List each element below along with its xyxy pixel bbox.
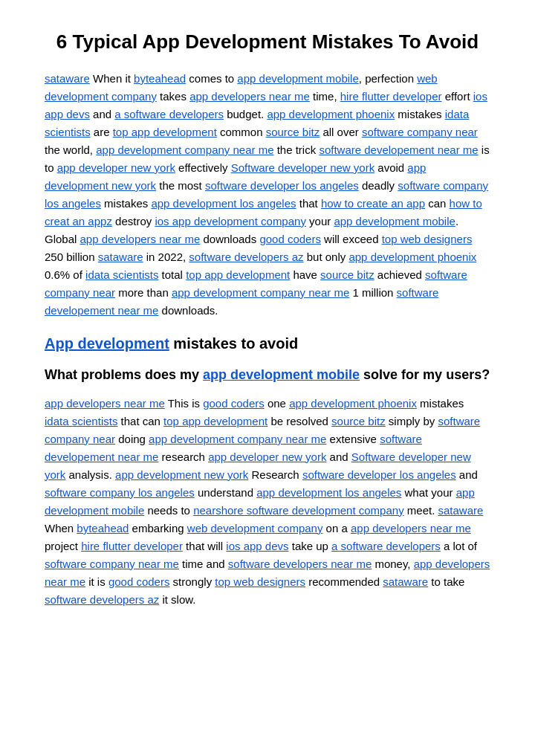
link-software-company-near-1[interactable]: software company near (362, 126, 478, 138)
link-app-devs-near-me-2[interactable]: app developers near me (80, 233, 201, 245)
link-app-dev-mobile-2[interactable]: app development mobile (334, 215, 455, 227)
link-app-devs-near-me-3[interactable]: app developers near me (45, 397, 165, 410)
link-app-dev-phoenix-3[interactable]: app development phoenix (289, 397, 417, 410)
link-source-bitz-3[interactable]: source bitz (331, 415, 386, 427)
link-app-development-heading[interactable]: App development (45, 335, 169, 352)
link-app-devs-near-me-1[interactable]: app developers near me (189, 90, 310, 103)
link-app-dev-la-2[interactable]: app development los angeles (256, 486, 401, 499)
intro-section: sataware When it byteahead comes to app … (45, 70, 490, 320)
section2-heading: What problems does my app development mo… (45, 364, 490, 386)
link-app-dev-company-near-1[interactable]: app development company near me (96, 143, 273, 156)
link-app-dev-company-near-3[interactable]: app development company near me (149, 433, 326, 445)
link-software-devs-az-2[interactable]: software developers az (45, 593, 159, 606)
link-web-dev-company-2[interactable]: web development company (187, 522, 323, 534)
link-top-app-dev-1[interactable]: top app development (113, 126, 217, 138)
link-software-developement-near-1[interactable]: software developement near me (319, 143, 478, 156)
second-paragraph: app developers near me This is good code… (45, 395, 490, 609)
link-app-dev-phoenix-2[interactable]: app development phoenix (348, 251, 476, 263)
link-good-coders-1[interactable]: good coders (259, 233, 321, 245)
link-app-dev-mobile-heading[interactable]: app development mobile (203, 367, 360, 382)
link-software-devs-1[interactable]: a software developers (114, 108, 224, 120)
link-software-devs-2[interactable]: a software developers (331, 540, 441, 552)
link-ios-app-devs-2[interactable]: ios app devs (226, 540, 288, 552)
link-software-company-near-4[interactable]: software company near me (45, 558, 179, 570)
link-app-dev-new-york-3[interactable]: app developer new york (208, 450, 326, 463)
link-app-dev-la-1[interactable]: app development los angeles (151, 197, 296, 210)
link-app-dev-mobile-1[interactable]: app development mobile (237, 72, 358, 85)
link-idata-scientists-3[interactable]: idata scientists (45, 415, 117, 427)
link-sataware-3[interactable]: sataware (438, 504, 484, 517)
link-nearshore-software[interactable]: nearshore software development company (193, 504, 404, 517)
link-app-dev-phoenix-1[interactable]: app development phoenix (267, 108, 395, 120)
link-app-dev-new-york-4[interactable]: app development new york (115, 468, 248, 481)
link-hire-flutter-2[interactable]: hire flutter developer (81, 540, 183, 552)
link-software-dev-new-york-1[interactable]: Software developer new york (231, 161, 374, 174)
link-idata-scientists-2[interactable]: idata scientists (85, 268, 158, 281)
link-software-dev-la-2[interactable]: software developer los angeles (302, 468, 456, 481)
link-software-dev-la-1[interactable]: software developer los angeles (205, 179, 359, 192)
link-byteahead-2[interactable]: byteahead (77, 522, 129, 534)
link-ios-app-dev-company-1[interactable]: ios app development company (155, 215, 305, 227)
link-top-app-dev-3[interactable]: top app development (163, 415, 268, 427)
link-good-coders-2[interactable]: good coders (203, 397, 265, 410)
section-app-development: App development mistakes to avoid What p… (45, 332, 490, 609)
page-title: 6 Typical App Development Mistakes To Av… (45, 30, 490, 55)
link-how-to-create-1[interactable]: how to create an app (321, 197, 425, 210)
link-sataware-2[interactable]: sataware (98, 251, 143, 263)
link-app-dev-new-york-1[interactable]: app developer new york (57, 161, 175, 174)
link-software-company-la-2[interactable]: software company los angeles (45, 486, 195, 499)
link-sataware-4[interactable]: sataware (383, 575, 428, 588)
link-top-web-designers-1[interactable]: top web designers (382, 233, 473, 245)
link-good-coders-3[interactable]: good coders (108, 575, 170, 588)
link-hire-flutter-1[interactable]: hire flutter developer (340, 90, 442, 103)
section1-heading: App development mistakes to avoid (45, 332, 490, 355)
link-source-bitz-2[interactable]: source bitz (320, 268, 374, 281)
link-app-dev-company-near-2[interactable]: app development company near me (172, 286, 349, 299)
link-software-devs-near-me[interactable]: software developers near me (228, 558, 372, 570)
link-source-bitz-1[interactable]: source bitz (266, 126, 320, 138)
intro-paragraph: sataware When it byteahead comes to app … (45, 70, 490, 320)
link-sataware-1[interactable]: sataware (45, 72, 90, 85)
link-top-app-dev-2[interactable]: top app development (186, 268, 290, 281)
link-byteahead[interactable]: byteahead (134, 72, 186, 85)
link-top-web-designers-2[interactable]: top web designers (215, 575, 305, 588)
link-software-devs-az-1[interactable]: software developers az (189, 251, 303, 263)
link-app-devs-near-me-4[interactable]: app developers near me (351, 522, 471, 534)
